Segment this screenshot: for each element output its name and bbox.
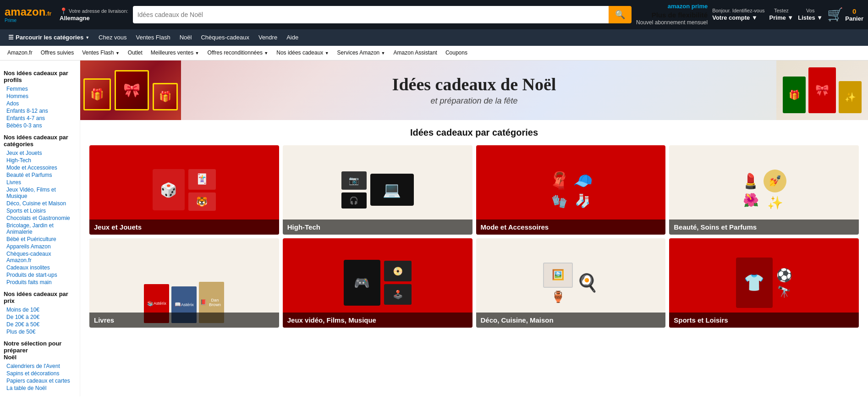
sidebar-papiers-cadeaux[interactable]: Papiers cadeaux et cartes <box>4 377 76 384</box>
sidebar-mode-accessoires[interactable]: Mode et Accessoires <box>4 164 76 171</box>
nav-bar: ☰ Parcourir les catégories ▼ Chez vous V… <box>0 29 868 46</box>
prime-link[interactable]: Prime ▼ <box>769 14 794 22</box>
hero-deco-right: 🎁 🎀 ✨ <box>776 60 868 120</box>
category-card-video[interactable]: 🎮 📀 🕹️ Jeux vidéo, Films, Musique <box>283 238 472 328</box>
sidebar-cadeaux-insolites[interactable]: Cadeaux insolites <box>4 264 76 271</box>
prime-promo-label: amazon prime <box>636 3 708 11</box>
chevron-icon: ▼ <box>85 35 89 40</box>
category-card-deco[interactable]: 🖼️ 🏺 🍳 Déco, Cuisine, Maison <box>476 238 666 328</box>
pin-icon: 📍 <box>60 7 67 15</box>
prime-badge: Prime <box>5 18 16 23</box>
sidebar-femmes[interactable]: Femmes <box>4 85 76 93</box>
lists-link[interactable]: Listes ▼ <box>798 14 823 22</box>
sidebar-chocolats[interactable]: Chocolats et Gastronomie <box>4 214 76 222</box>
sidebar-cheques-amazon[interactable]: Chèques-cadeaux Amazon.fr <box>4 250 76 264</box>
sidebar-table-noel[interactable]: La table de Noël <box>4 384 76 392</box>
sidebar-appareils-amazon[interactable]: Appareils Amazon <box>4 243 76 250</box>
delivery-label: Votre adresse de livraison: <box>69 8 128 14</box>
strip-services-amazon[interactable]: Services Amazon ▼ <box>335 49 388 57</box>
category-card-livres[interactable]: 📚Astérix 📖Astérix 📕Dan Brown Livres <box>89 238 279 328</box>
strip-nos-idees-cadeaux[interactable]: Nos idées cadeaux ▼ <box>274 49 331 57</box>
cart-box[interactable]: 🛒 0 Panier <box>827 7 863 22</box>
hero-banner-content: Idées cadeaux de Noël et préparation de … <box>392 74 556 106</box>
sidebar-bebe-puericulture[interactable]: Bébé et Puériculture <box>4 236 76 243</box>
search-button[interactable]: 🔍 <box>609 6 632 23</box>
delivery-country: Allemagne <box>60 15 128 22</box>
nav-cheques-cadeaux[interactable]: Chèques-cadeaux <box>197 32 253 43</box>
nav-ventes-flash[interactable]: Ventes Flash <box>132 32 174 43</box>
prime-box[interactable]: Testez Prime ▼ <box>769 7 794 22</box>
strip-ventes-flash[interactable]: Ventes Flash ▼ <box>79 49 122 57</box>
cart-icon: 🛒 <box>827 7 843 22</box>
delivery-box[interactable]: 📍 Votre adresse de livraison: Allemagne <box>60 7 128 22</box>
categories-section: Idées cadeaux par catégories 🎲 🃏 🐯 Jeux … <box>80 120 868 335</box>
sidebar-moins-10[interactable]: Moins de 10€ <box>4 306 76 313</box>
sidebar-beaute-parfums[interactable]: Beauté et Parfums <box>4 171 76 179</box>
account-greet: Bonjour. Identifiez-vous <box>712 7 764 14</box>
search-bar: 🔍 <box>133 6 632 23</box>
nav-noel[interactable]: Noël <box>176 32 196 43</box>
category-label-mode: Mode et Accessoires <box>476 219 666 235</box>
category-card-mode[interactable]: 🧣 🧤 🧢 🧦 Mode et Accessoires <box>476 145 666 235</box>
categories-title: Idées cadeaux par catégories <box>89 127 859 138</box>
prime-promo-main: Plus de flexibilité <box>636 11 708 20</box>
category-card-beaute[interactable]: 💄 🌺 💅 ✨ Beauté, Soins et Parfums <box>669 145 859 235</box>
sidebar-deco-cuisine[interactable]: Déco, Cuisine et Maison <box>4 200 76 207</box>
sidebar-enfants-8-12[interactable]: Enfants 8-12 ans <box>4 107 76 115</box>
sidebar-bricolage[interactable]: Bricolage, Jardin et Animalerie <box>4 222 76 236</box>
strip-amazon-fr[interactable]: Amazon.fr <box>5 49 35 57</box>
logo-area[interactable]: amazon.fr Prime <box>5 6 55 23</box>
sidebar-sports-loisirs[interactable]: Sports et Loisirs <box>4 207 76 214</box>
sidebar-bebes-0-3[interactable]: Bébés 0-3 ans <box>4 122 76 129</box>
strip-offres-suivies[interactable]: Offres suivies <box>38 49 77 57</box>
search-input[interactable] <box>133 6 609 23</box>
sidebar-jeux-video[interactable]: Jeux Vidéo, Films et Musique <box>4 186 76 200</box>
nav-vendre[interactable]: Vendre <box>255 32 281 43</box>
category-label-video: Jeux vidéo, Films, Musique <box>283 313 472 328</box>
strip-outlet[interactable]: Outlet <box>125 49 145 57</box>
sidebar-high-tech[interactable]: High-Tech <box>4 157 76 164</box>
sidebar-plus-50[interactable]: Plus de 50€ <box>4 328 76 335</box>
sidebar-startups[interactable]: Produits de start-ups <box>4 271 76 279</box>
sidebar-ados[interactable]: Ados <box>4 100 76 107</box>
prime-promo-sub: Nouvel abonnement mensuel <box>636 19 708 27</box>
menu-icon: ☰ <box>8 34 14 41</box>
sidebar-section-profils-title: Nos idées cadeaux par profils <box>4 70 76 83</box>
category-card-sports[interactable]: 👕 ⚽ 🔭 Sports et Loisirs <box>669 238 859 328</box>
main-layout: Nos idées cadeaux par profils Femmes Hom… <box>0 60 868 396</box>
lists-your-label: Vos <box>798 7 823 14</box>
sidebar-jeux-jouets[interactable]: Jeux et Jouets <box>4 149 76 157</box>
prime-promo[interactable]: amazon prime Plus de flexibilité Nouvel … <box>636 3 708 27</box>
cart-count: 0 <box>852 7 856 15</box>
strip-amazon-assistant[interactable]: Amazon Assistant <box>391 49 440 57</box>
account-box[interactable]: Bonjour. Identifiez-vous Votre compte ▼ <box>712 7 764 22</box>
categories-grid: 🎲 🃏 🐯 Jeux et Jouets 📷 🎧 <box>89 145 859 328</box>
nav-aide[interactable]: Aide <box>283 32 302 43</box>
lists-box[interactable]: Vos Listes ▼ <box>798 7 823 22</box>
category-label-hightech: High-Tech <box>283 219 472 235</box>
category-card-jeux[interactable]: 🎲 🃏 🐯 Jeux et Jouets <box>89 145 279 235</box>
sidebar-livres[interactable]: Livres <box>4 179 76 186</box>
hero-banner[interactable]: 🎁 🎀 🎁 Idées cadeaux de Noël et préparati… <box>80 60 868 120</box>
top-nav-strip: Amazon.fr Offres suivies Ventes Flash ▼ … <box>0 46 868 60</box>
strip-coupons[interactable]: Coupons <box>443 49 470 57</box>
sidebar-section-prix-title: Nos idées cadeaux par prix <box>4 291 76 304</box>
sidebar-sapins[interactable]: Sapins et décorations <box>4 370 76 377</box>
logo[interactable]: amazon.fr <box>5 6 51 17</box>
browse-categories-button[interactable]: ☰ Parcourir les catégories ▼ <box>5 32 93 43</box>
strip-meilleures-ventes[interactable]: Meilleures ventes ▼ <box>148 49 202 57</box>
strip-offres-reconditionnees[interactable]: Offres reconditionnées ▼ <box>204 49 271 57</box>
category-card-hightech[interactable]: 📷 🎧 💻 High-Tech <box>283 145 472 235</box>
sidebar-section-categories-title: Nos idées cadeaux parcatégories <box>4 134 76 148</box>
sidebar-hommes[interactable]: Hommes <box>4 93 76 100</box>
sidebar-produits-main[interactable]: Produits faits main <box>4 279 76 286</box>
account-link[interactable]: Votre compte ▼ <box>712 14 764 22</box>
content: 🎁 🎀 🎁 Idées cadeaux de Noël et préparati… <box>80 60 868 396</box>
hero-subtitle: et préparation de la fête <box>392 96 556 106</box>
sidebar-10-20[interactable]: De 10€ à 20€ <box>4 313 76 321</box>
sidebar-20-50[interactable]: De 20€ à 50€ <box>4 321 76 328</box>
hero-deco-left: 🎁 🎀 🎁 <box>80 60 181 120</box>
sidebar-enfants-4-7[interactable]: Enfants 4-7 ans <box>4 115 76 122</box>
nav-chez-vous[interactable]: Chez vous <box>95 32 130 43</box>
sidebar-calendriers[interactable]: Calendriers de l'Avent <box>4 362 76 370</box>
